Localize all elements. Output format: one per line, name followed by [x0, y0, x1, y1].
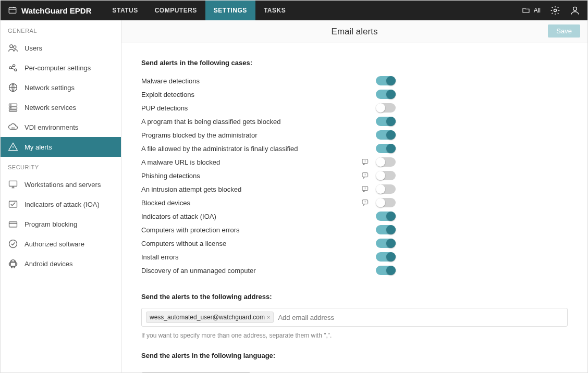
svg-point-7 — [15, 69, 17, 71]
chip-remove[interactable]: × — [267, 314, 270, 320]
alert-label: Programs blocked by the administrator — [141, 131, 360, 139]
content: Email alerts Save Send alerts in the fol… — [121, 20, 587, 372]
alert-toggle[interactable] — [376, 157, 396, 167]
language-heading: Send the alerts in the following languag… — [141, 352, 568, 359]
save-button[interactable]: Save — [548, 24, 580, 38]
sidebar-item-per-computer-settings[interactable]: Per-computer settings — [1, 58, 121, 78]
svg-rect-0 — [9, 8, 16, 14]
alert-toggle[interactable] — [376, 117, 396, 126]
block-icon — [8, 219, 18, 229]
sidebar-item-workstations-and-servers[interactable]: Workstations and servers — [1, 175, 121, 194]
alert-toggle[interactable] — [376, 76, 396, 85]
alert-toggle[interactable] — [376, 171, 396, 180]
sidebar-item-label: Authorized software — [24, 240, 84, 248]
alert-row: Indicators of attack (IOA) — [141, 209, 568, 223]
alerts-list: Malware detectionsExploit detectionsPUP … — [141, 74, 568, 277]
page-title: Email alerts — [332, 27, 378, 37]
email-section: Send the alerts to the following address… — [141, 293, 568, 339]
product-logo: WatchGuard EPDR — [8, 6, 91, 15]
alert-row: Computers without a license — [141, 237, 568, 250]
sidebar-item-network-services[interactable]: Network services — [1, 97, 121, 117]
alert-toggle[interactable] — [376, 212, 396, 221]
monitor-icon — [8, 179, 18, 190]
alert-label: Computers with protection errors — [141, 226, 360, 234]
svg-point-2 — [573, 7, 577, 10]
content-header: Email alerts Save — [121, 20, 587, 43]
alert-toggle[interactable] — [376, 266, 396, 275]
alert-row: An intrusion attempt gets blocked — [141, 182, 568, 196]
alert-row: A file allowed by the administrator is f… — [141, 142, 568, 155]
svg-rect-19 — [10, 263, 16, 266]
svg-rect-21 — [16, 263, 17, 265]
alert-label: Exploit detections — [141, 91, 360, 98]
alert-row: Blocked devices — [141, 196, 568, 209]
sidebar-item-label: My alerts — [24, 143, 52, 151]
alert-row: Discovery of an unmanaged computer — [141, 264, 568, 277]
info-bubble-icon[interactable] — [360, 198, 371, 207]
per-computer-icon — [8, 63, 18, 73]
folder-filter[interactable]: All — [521, 6, 541, 15]
sidebar-item-label: Indicators of attack (IOA) — [24, 201, 100, 208]
alert-row: Install errors — [141, 250, 568, 264]
info-bubble-icon[interactable] — [360, 157, 371, 167]
sidebar-item-indicators-of-attack-ioa-[interactable]: Indicators of attack (IOA) — [1, 194, 121, 214]
alert-label: Phishing detections — [141, 172, 360, 180]
alert-label: Computers without a license — [141, 240, 360, 247]
topnav-tasks[interactable]: TASKS — [255, 1, 294, 20]
alert-toggle[interactable] — [376, 184, 396, 194]
alert-toggle[interactable] — [376, 252, 396, 262]
user-icon[interactable] — [570, 5, 580, 16]
alert-label: Malware detections — [141, 77, 360, 85]
topnav-status[interactable]: STATUS — [104, 1, 146, 20]
email-input-wrap[interactable]: wess_automated_user@watchguard.com × — [141, 308, 568, 327]
info-bubble-icon[interactable] — [360, 184, 371, 194]
gear-icon[interactable] — [550, 5, 560, 16]
svg-point-25 — [14, 261, 14, 262]
svg-point-18 — [9, 240, 17, 248]
alert-toggle[interactable] — [376, 225, 396, 234]
sidebar: GENERALUsersPer-computer settingsNetwork… — [1, 20, 121, 372]
topnav-settings[interactable]: SETTINGS — [205, 1, 255, 20]
alert-toggle[interactable] — [376, 130, 396, 140]
svg-point-3 — [10, 45, 13, 48]
alert-label: Install errors — [141, 253, 360, 261]
email-input[interactable] — [278, 314, 563, 321]
address-heading: Send the alerts to the following address… — [141, 293, 568, 301]
email-chip-text: wess_automated_user@watchguard.com — [150, 314, 265, 321]
globe-icon — [8, 82, 18, 93]
sidebar-item-network-settings[interactable]: Network settings — [1, 78, 121, 97]
svg-rect-23 — [14, 266, 15, 268]
svg-point-4 — [14, 46, 16, 48]
sidebar-item-program-blocking[interactable]: Program blocking — [1, 214, 121, 234]
alert-toggle[interactable] — [376, 198, 396, 207]
alert-toggle[interactable] — [376, 144, 396, 153]
topbar-right: All — [521, 5, 580, 16]
check-circle-icon — [8, 239, 18, 249]
alert-toggle[interactable] — [376, 90, 396, 99]
alert-label: Indicators of attack (IOA) — [141, 213, 360, 220]
sidebar-section-general: GENERAL — [1, 20, 121, 38]
language-section: Send the alerts in the following languag… — [141, 352, 568, 372]
topnav-computers[interactable]: COMPUTERS — [146, 1, 205, 20]
email-chip: wess_automated_user@watchguard.com × — [146, 312, 274, 323]
alert-label: Blocked devices — [141, 199, 360, 207]
sidebar-item-label: Android devices — [24, 260, 73, 268]
users-icon — [8, 43, 18, 53]
info-bubble-icon[interactable] — [360, 171, 371, 180]
top-nav: STATUSCOMPUTERSSETTINGSTASKS — [104, 1, 294, 20]
svg-point-24 — [11, 261, 12, 262]
alert-row: A malware URL is blocked — [141, 155, 568, 169]
alert-toggle[interactable] — [376, 103, 396, 113]
alert-toggle[interactable] — [376, 239, 396, 248]
alert-label: A malware URL is blocked — [141, 158, 360, 166]
android-icon — [8, 258, 18, 269]
alert-row: PUP detections — [141, 101, 568, 115]
sidebar-item-users[interactable]: Users — [1, 38, 121, 58]
sidebar-item-android-devices[interactable]: Android devices — [1, 254, 121, 273]
sidebar-item-authorized-software[interactable]: Authorized software — [1, 234, 121, 254]
sidebar-item-my-alerts[interactable]: My alerts — [1, 137, 121, 157]
language-select[interactable]: English — [141, 372, 251, 372]
alert-row: Exploit detections — [141, 88, 568, 101]
sidebar-item-label: VDI environments — [24, 123, 78, 131]
sidebar-item-vdi-environments[interactable]: VDIVDI environments — [1, 117, 121, 137]
